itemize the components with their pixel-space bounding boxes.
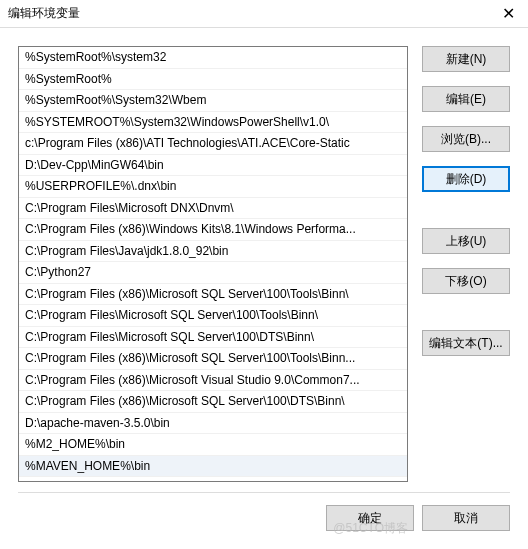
list-item[interactable]: C:\Program Files\Microsoft SQL Server\10… bbox=[19, 305, 407, 327]
cancel-button[interactable]: 取消 bbox=[422, 505, 510, 531]
list-item[interactable]: %SYSTEMROOT%\System32\WindowsPowerShell\… bbox=[19, 112, 407, 134]
divider bbox=[18, 492, 510, 493]
footer-buttons: 确定 取消 bbox=[326, 505, 510, 531]
list-item[interactable]: C:\Program Files\Microsoft DNX\Dnvm\ bbox=[19, 198, 407, 220]
path-list[interactable]: %SystemRoot%\system32%SystemRoot%%System… bbox=[18, 46, 408, 482]
titlebar: 编辑环境变量 ✕ bbox=[0, 0, 528, 28]
list-item[interactable]: C:\Program Files (x86)\Microsoft SQL Ser… bbox=[19, 284, 407, 306]
button-column: 新建(N) 编辑(E) 浏览(B)... 删除(D) 上移(U) 下移(O) 编… bbox=[422, 46, 510, 482]
close-icon: ✕ bbox=[502, 4, 515, 23]
list-item[interactable]: C:\Program Files (x86)\Microsoft SQL Ser… bbox=[19, 391, 407, 413]
move-down-button[interactable]: 下移(O) bbox=[422, 268, 510, 294]
list-item[interactable]: %M2_HOME%\bin bbox=[19, 434, 407, 456]
list-item[interactable]: %SystemRoot%\system32 bbox=[19, 47, 407, 69]
list-item[interactable]: C:\Program Files (x86)\Microsoft SQL Ser… bbox=[19, 348, 407, 370]
list-item[interactable]: %SystemRoot%\System32\Wbem bbox=[19, 90, 407, 112]
list-item[interactable]: c:\Program Files (x86)\ATI Technologies\… bbox=[19, 133, 407, 155]
edit-text-button[interactable]: 编辑文本(T)... bbox=[422, 330, 510, 356]
list-item[interactable]: %USERPROFILE%\.dnx\bin bbox=[19, 176, 407, 198]
content-area: %SystemRoot%\system32%SystemRoot%%System… bbox=[0, 28, 528, 482]
window-title: 编辑环境变量 bbox=[8, 5, 80, 22]
list-item[interactable]: D:\apache-maven-3.5.0\bin bbox=[19, 413, 407, 435]
browse-button[interactable]: 浏览(B)... bbox=[422, 126, 510, 152]
new-button[interactable]: 新建(N) bbox=[422, 46, 510, 72]
list-item[interactable]: C:\Program Files (x86)\Windows Kits\8.1\… bbox=[19, 219, 407, 241]
list-item[interactable]: C:\Program Files\Java\jdk1.8.0_92\bin bbox=[19, 241, 407, 263]
list-item[interactable]: D:\Dev-Cpp\MinGW64\bin bbox=[19, 155, 407, 177]
list-item[interactable]: C:\Program Files (x86)\Microsoft Visual … bbox=[19, 370, 407, 392]
list-item[interactable]: C:\Python27 bbox=[19, 262, 407, 284]
edit-button[interactable]: 编辑(E) bbox=[422, 86, 510, 112]
close-button[interactable]: ✕ bbox=[488, 0, 528, 28]
delete-button[interactable]: 删除(D) bbox=[422, 166, 510, 192]
list-item[interactable]: %MAVEN_HOME%\bin bbox=[19, 456, 407, 478]
move-up-button[interactable]: 上移(U) bbox=[422, 228, 510, 254]
list-item[interactable]: %SystemRoot% bbox=[19, 69, 407, 91]
list-item[interactable]: C:\Program Files\Microsoft SQL Server\10… bbox=[19, 327, 407, 349]
ok-button[interactable]: 确定 bbox=[326, 505, 414, 531]
